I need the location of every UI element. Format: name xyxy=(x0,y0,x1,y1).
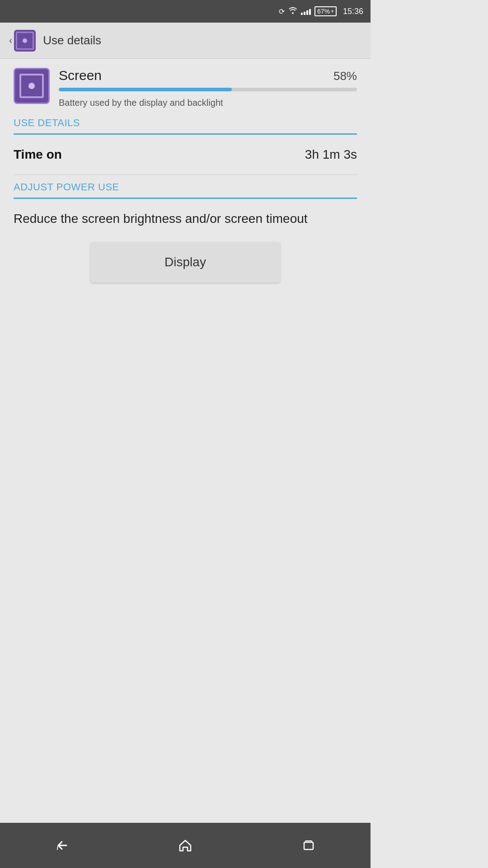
toolbar-app-icon xyxy=(14,30,36,52)
progress-bar-fill xyxy=(59,88,232,91)
use-details-label: USE DETAILS xyxy=(14,117,80,128)
time-on-label: Time on xyxy=(14,147,62,162)
adjust-power-label: ADJUST POWER USE xyxy=(14,181,119,193)
nav-bar xyxy=(0,823,371,868)
adjust-label-row: ADJUST POWER USE xyxy=(14,175,357,199)
screen-section: Screen 58% Battery used by the display a… xyxy=(14,68,357,108)
nav-back-button[interactable] xyxy=(44,832,80,859)
display-button[interactable]: Display xyxy=(90,242,280,283)
nav-recents-button[interactable] xyxy=(291,832,327,859)
screen-icon-dot xyxy=(28,83,35,89)
toolbar-title: Use details xyxy=(43,33,101,47)
nav-back-icon xyxy=(54,837,70,854)
screen-info: Screen 58% Battery used by the display a… xyxy=(59,68,357,108)
adjust-power-section: ADJUST POWER USE Reduce the screen brigh… xyxy=(14,175,357,283)
progress-bar-background xyxy=(59,88,357,91)
toolbar: ‹ Use details xyxy=(0,23,371,59)
svg-rect-0 xyxy=(304,842,313,849)
back-arrow-icon: ‹ xyxy=(9,35,12,47)
screen-app-icon xyxy=(14,68,50,104)
nav-home-button[interactable] xyxy=(167,832,203,859)
screen-description: Battery used by the display and backligh… xyxy=(59,98,223,108)
nav-home-icon xyxy=(177,837,193,854)
screen-label: Screen xyxy=(59,68,102,83)
battery-icon: 67% + xyxy=(314,6,337,16)
signal-bars-icon xyxy=(301,8,311,15)
use-details-section-header: USE DETAILS xyxy=(14,117,357,135)
display-button-wrap: Display xyxy=(14,242,357,283)
toolbar-icon-dot xyxy=(23,38,27,43)
back-button[interactable]: ‹ xyxy=(9,30,36,52)
nav-recents-icon xyxy=(300,837,317,854)
screen-percent: 58% xyxy=(333,69,357,83)
main-content: Screen 58% Battery used by the display a… xyxy=(0,59,371,823)
toolbar-icon-inner xyxy=(16,32,34,50)
adjust-description: Reduce the screen brightness and/or scre… xyxy=(14,210,357,227)
svg-rect-1 xyxy=(305,841,312,842)
screen-icon-inner xyxy=(19,74,44,98)
wifi-icon xyxy=(288,7,297,16)
time-on-row: Time on 3h 1m 3s xyxy=(14,135,357,175)
screen-header: Screen 58% xyxy=(59,68,357,83)
rotate-icon: ⟳ xyxy=(279,7,285,16)
status-time: 15:36 xyxy=(343,7,363,16)
status-icons: ⟳ 67% + 15:36 xyxy=(279,6,363,16)
status-bar: ⟳ 67% + 15:36 xyxy=(0,0,371,23)
battery-percent: 67% xyxy=(317,8,330,15)
time-on-value: 3h 1m 3s xyxy=(305,147,357,162)
